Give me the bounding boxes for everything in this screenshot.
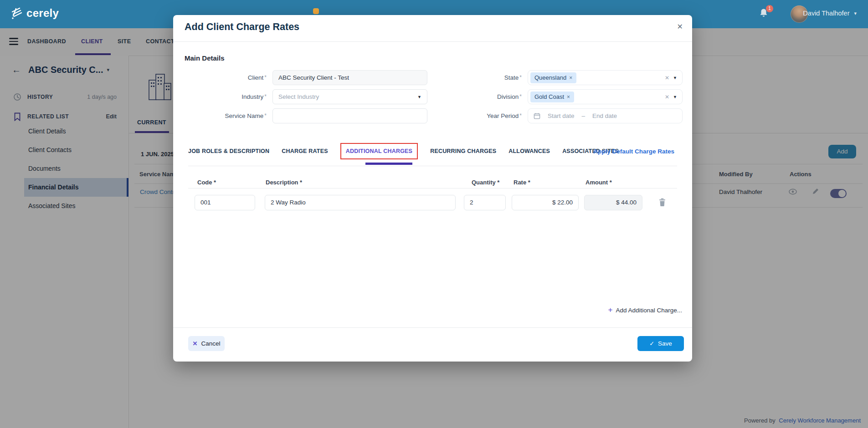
user-menu[interactable]: David Thalhofer ▾	[803, 10, 857, 17]
notifications-button[interactable]: 1	[758, 7, 770, 21]
column-rate: Rate *	[514, 179, 530, 186]
column-code: Code *	[197, 179, 216, 186]
brand-logo[interactable]: cerely	[9, 6, 59, 20]
range-separator: –	[582, 112, 586, 119]
calendar-icon	[534, 112, 540, 119]
state-label: State*	[428, 70, 522, 85]
state-multiselect[interactable]: Queensland × ✕ ▼	[528, 70, 683, 85]
divider	[173, 327, 692, 328]
apply-default-charge-rates-link[interactable]: Apply Default Charge Rates	[593, 148, 674, 155]
description-field[interactable]: 2 Way Radio	[265, 195, 456, 210]
service-name-field[interactable]	[272, 108, 427, 123]
user-name: David Thalhofer	[803, 10, 849, 17]
quantity-field[interactable]: 2	[464, 195, 506, 210]
column-amount: Amount *	[586, 179, 612, 186]
division-multiselect[interactable]: Gold Coast × ✕ ▼	[528, 89, 683, 104]
select-caret-icon: ▼	[417, 90, 421, 105]
cancel-x-icon: ✕	[193, 340, 198, 347]
start-date-input[interactable]: Start date	[548, 112, 575, 119]
cancel-button[interactable]: ✕ Cancel	[188, 336, 225, 351]
modal-tabs: JOB ROLES & DESCRIPTION CHARGE RATES ADD…	[188, 142, 619, 160]
chip-remove-icon[interactable]: ×	[569, 72, 572, 83]
chip-remove-icon[interactable]: ×	[567, 92, 570, 102]
year-period-label: Year Period*	[428, 108, 522, 123]
year-period-range[interactable]: Start date – End date	[528, 108, 683, 123]
brand-name: cerely	[26, 7, 59, 20]
plus-icon: +	[608, 306, 612, 315]
end-date-input[interactable]: End date	[592, 112, 617, 119]
divider	[188, 188, 677, 189]
topbar-accent-glyph	[313, 8, 319, 14]
select-caret-icon[interactable]: ▼	[673, 95, 677, 99]
section-title: Main Details	[185, 54, 225, 62]
industry-select[interactable]: Select Industry ▼	[272, 89, 427, 104]
amount-field[interactable]: $ 44.00	[584, 195, 642, 210]
division-label: Division*	[428, 89, 522, 104]
code-field[interactable]: 001	[195, 195, 255, 210]
tab-allowances[interactable]: ALLOWANCES	[508, 148, 550, 154]
tab-job-roles-description[interactable]: JOB ROLES & DESCRIPTION	[188, 148, 269, 154]
close-icon[interactable]: ✕	[677, 22, 683, 31]
save-button[interactable]: ✓ Save	[637, 336, 684, 351]
delete-row-icon[interactable]	[659, 198, 666, 206]
divider	[188, 166, 677, 166]
state-chip: Queensland ×	[530, 72, 576, 83]
modal-title: Add Client Charge Rates	[185, 21, 299, 33]
add-client-charge-rates-modal: Add Client Charge Rates ✕ Main Details C…	[173, 15, 692, 362]
divider	[173, 41, 692, 42]
industry-label: Industry*	[173, 89, 267, 104]
client-field[interactable]: ABC Security Client - Test	[272, 70, 427, 85]
division-chip: Gold Coast ×	[530, 92, 574, 102]
client-label: Client*	[173, 70, 267, 85]
tab-recurring-charges[interactable]: RECURRING CHARGES	[430, 148, 496, 154]
notification-badge: 1	[766, 5, 773, 12]
rate-field[interactable]: $ 22.00	[512, 195, 579, 210]
add-additional-charge-link[interactable]: + Add Additional Charge...	[608, 306, 682, 315]
column-description: Description *	[266, 179, 302, 186]
service-name-label: Service Name*	[173, 108, 267, 123]
select-caret-icon[interactable]: ▼	[673, 76, 677, 80]
tab-additional-charges[interactable]: ADDITIONAL CHARGES	[340, 143, 418, 159]
check-icon: ✓	[649, 340, 654, 347]
column-quantity: Quantity *	[472, 179, 499, 186]
tab-charge-rates[interactable]: CHARGE RATES	[282, 148, 328, 154]
cerely-logo-icon	[9, 6, 23, 20]
chevron-down-icon: ▾	[854, 10, 857, 16]
clear-icon[interactable]: ✕	[665, 75, 669, 81]
clear-icon[interactable]: ✕	[665, 94, 669, 100]
